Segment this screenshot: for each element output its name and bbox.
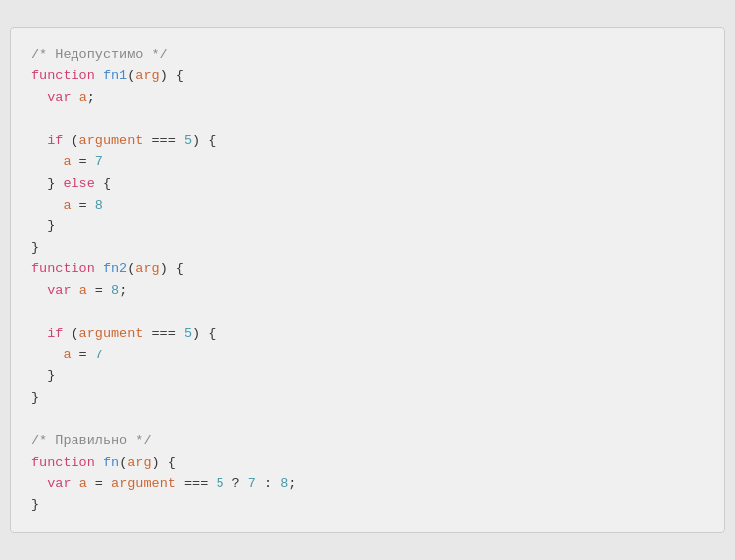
code-line: var a;	[31, 87, 704, 109]
code-line: a = 7	[31, 151, 704, 173]
code-token: var	[47, 283, 71, 298]
code-token: ===	[176, 476, 217, 490]
code-token: 5	[184, 133, 192, 148]
code-token: a	[79, 283, 87, 298]
code-token: )	[160, 261, 168, 276]
code-token: }	[31, 497, 39, 512]
code-token: =	[72, 348, 95, 362]
code-line: }	[31, 215, 704, 237]
code-token: argument	[79, 133, 144, 148]
code-token: (	[63, 133, 78, 148]
code-line: a = 8	[31, 195, 704, 216]
code-token: }	[31, 390, 39, 405]
code-token: =	[72, 198, 95, 212]
code-line: if (argument === 5) {	[31, 323, 704, 345]
code-token	[31, 154, 63, 169]
code-token: =	[72, 154, 95, 169]
code-token: {	[160, 455, 176, 470]
code-token: a	[63, 198, 71, 212]
code-line: }	[31, 237, 704, 259]
code-line: a = 7	[31, 345, 704, 366]
comment-line: /* Правильно */	[31, 430, 704, 452]
code-token: 5	[184, 326, 192, 341]
code-token: =	[87, 476, 111, 490]
code-token	[31, 476, 47, 490]
code-token: a	[63, 348, 71, 362]
code-token: )	[160, 69, 168, 83]
code-token: ) {	[192, 133, 216, 148]
code-token: function	[31, 69, 95, 83]
code-token	[31, 133, 47, 148]
code-token	[72, 90, 79, 105]
code-token: else	[63, 176, 94, 191]
code-line: function fn(arg) {	[31, 452, 704, 474]
code-token: ;	[119, 283, 127, 298]
code-token: fn	[103, 455, 119, 470]
code-token: 7	[248, 476, 256, 490]
code-token: fn1	[103, 69, 127, 83]
code-token: fn2	[103, 261, 127, 276]
code-token	[31, 90, 47, 105]
code-token: var	[47, 90, 71, 105]
code-line: }	[31, 494, 704, 516]
code-token: ;	[87, 90, 95, 105]
code-token: }	[31, 368, 55, 383]
code-token: argument	[111, 476, 176, 490]
code-token: (	[63, 326, 78, 341]
code-token: }	[31, 240, 39, 255]
code-line: if (argument === 5) {	[31, 130, 704, 152]
code-token	[95, 455, 103, 470]
code-token: )	[152, 455, 160, 470]
code-token: {	[168, 261, 184, 276]
empty-line	[31, 302, 704, 324]
empty-line	[31, 409, 704, 431]
code-line: var a = argument === 5 ? 7 : 8;	[31, 473, 704, 494]
comment-line: /* Недопустимо */	[31, 44, 704, 66]
code-line: function fn2(arg) {	[31, 258, 704, 280]
code-token: if	[47, 133, 63, 148]
code-token	[72, 476, 79, 490]
code-token: var	[47, 476, 71, 490]
code-token: ;	[288, 476, 296, 490]
code-line: }	[31, 365, 704, 387]
code-token: arg	[135, 69, 159, 83]
code-token: }	[31, 218, 55, 233]
code-token: a	[79, 476, 87, 490]
code-token: arg	[127, 455, 151, 470]
code-token	[72, 283, 79, 298]
code-token	[95, 69, 103, 83]
code-line: }	[31, 387, 704, 409]
code-token: function	[31, 455, 95, 470]
code-token: {	[168, 69, 184, 83]
empty-line	[31, 108, 704, 130]
code-token	[31, 348, 63, 362]
code-token: arg	[135, 261, 159, 276]
code-token: }	[31, 176, 63, 191]
code-token	[31, 198, 63, 212]
code-token: ===	[143, 133, 184, 148]
code-token: :	[256, 476, 280, 490]
code-token: function	[31, 261, 95, 276]
code-token: 8	[95, 198, 103, 212]
code-token	[31, 283, 47, 298]
code-token: ?	[223, 476, 247, 490]
code-token: 7	[95, 154, 103, 169]
code-token: =	[87, 283, 111, 298]
code-block: /* Недопустимо */function fn1(arg) { var…	[10, 27, 725, 532]
code-token: a	[63, 154, 71, 169]
code-token: {	[95, 176, 111, 191]
code-line: function fn1(arg) {	[31, 66, 704, 87]
code-token: a	[79, 90, 87, 105]
code-token	[31, 326, 47, 341]
code-token: if	[47, 326, 63, 341]
code-token: 7	[95, 348, 103, 362]
code-line: var a = 8;	[31, 280, 704, 302]
code-line: } else {	[31, 173, 704, 195]
code-token: argument	[79, 326, 144, 341]
code-token: ) {	[192, 326, 216, 341]
code-token: ===	[143, 326, 184, 341]
code-token	[95, 261, 103, 276]
code-token: 8	[111, 283, 119, 298]
